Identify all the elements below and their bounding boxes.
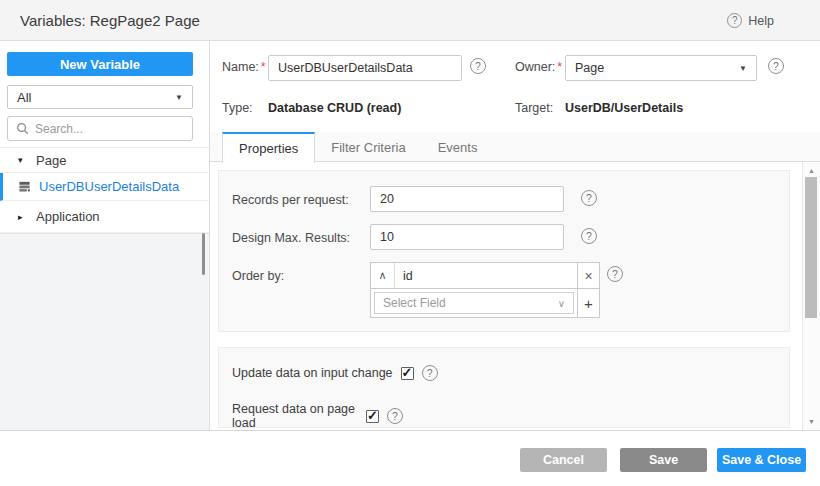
sidebar-empty-area [0, 233, 209, 430]
sidebar-scrollbar-thumb[interactable] [202, 233, 205, 275]
design-max-help-icon[interactable]: ? [581, 228, 597, 244]
required-asterisk: * [557, 60, 562, 74]
type-label: Type: [222, 101, 253, 115]
save-and-close-button[interactable]: Save & Close [717, 448, 806, 472]
owner-dropdown[interactable]: Page ▼ [565, 55, 757, 81]
update-data-checkbox[interactable] [401, 367, 414, 380]
detail-tabbar: Properties Filter Criteria Events [210, 132, 820, 162]
remove-order-field-button[interactable]: × [578, 262, 600, 289]
tab-filter-criteria[interactable]: Filter Criteria [315, 132, 421, 162]
properties-tab-content: Records per request: ? Design Max. Resul… [210, 162, 820, 430]
help-button[interactable]: ? Help [727, 13, 774, 28]
behavior-panel: Records per request: ? Design Max. Resul… [218, 170, 790, 332]
save-button[interactable]: Save [620, 448, 707, 472]
dialog-header: Variables: RegPage2 Page ? Help [0, 0, 820, 41]
type-value: Database CRUD (read) [268, 101, 401, 115]
order-by-field-value: id [395, 269, 413, 283]
page-title: Variables: RegPage2 Page [20, 12, 200, 29]
scroll-down-icon[interactable]: ▼ [803, 418, 820, 425]
tree-group-page[interactable]: ▾ Page [0, 147, 209, 173]
order-by-label: Order by: [232, 269, 284, 283]
caret-down-icon: ▼ [175, 93, 183, 102]
request-data-row: Request data on page load ? [232, 402, 403, 430]
update-data-help-icon[interactable]: ? [422, 365, 438, 381]
sort-ascending-icon[interactable]: ∧ [371, 263, 395, 288]
target-label: Target: [515, 101, 553, 115]
order-by-help-icon[interactable]: ? [607, 266, 623, 282]
variable-search[interactable] [7, 116, 193, 141]
variable-detail-pane: Name:* ? Owner:* Page ▼ ? Type: Database… [210, 41, 820, 430]
help-icon: ? [727, 13, 742, 28]
request-data-checkbox[interactable] [366, 410, 379, 423]
request-data-help-icon[interactable]: ? [387, 408, 403, 424]
plus-icon: + [584, 295, 593, 312]
owner-value: Page [575, 61, 604, 75]
required-asterisk: * [261, 60, 266, 74]
database-variable-icon [18, 180, 31, 193]
name-help-icon[interactable]: ? [470, 58, 486, 74]
scroll-up-icon[interactable]: ▲ [803, 167, 820, 174]
update-data-label: Update data on input change [232, 366, 393, 380]
update-data-row: Update data on input change ? [232, 365, 438, 381]
variable-filter-dropdown[interactable]: All ▼ [7, 85, 193, 109]
name-label: Name:* [222, 60, 266, 74]
cancel-button[interactable]: Cancel [520, 448, 607, 472]
chevron-down-icon: ∨ [558, 298, 565, 309]
select-field-placeholder: Select Field [383, 296, 446, 310]
owner-label: Owner:* [515, 60, 562, 74]
request-data-label: Request data on page load [232, 402, 358, 430]
target-value: UserDB/UserDetails [565, 101, 683, 115]
expanded-arrow-icon: ▾ [18, 155, 28, 165]
owner-help-icon[interactable]: ? [768, 58, 784, 74]
tree-group-label: Page [36, 153, 66, 168]
records-per-request-input[interactable] [370, 186, 564, 212]
tree-group-application[interactable]: ▸ Application [0, 201, 209, 233]
tree-group-label: Application [36, 209, 100, 224]
records-per-request-label: Records per request: [232, 193, 349, 207]
data-options-panel: Update data on input change ? Request da… [218, 347, 790, 428]
design-max-results-label: Design Max. Results: [232, 231, 350, 245]
search-icon [16, 122, 29, 135]
tree-item-userdbuserdetailsdata[interactable]: UserDBUserDetailsData [0, 173, 209, 201]
content-scrollbar-thumb[interactable] [805, 177, 817, 318]
close-icon: × [584, 268, 592, 284]
add-order-field-button[interactable]: + [578, 289, 600, 318]
tree-item-label: UserDBUserDetailsData [39, 179, 179, 194]
order-by-row: ∧ id [370, 262, 578, 289]
select-field-cell: Select Field ∨ [370, 289, 578, 318]
variable-name-input[interactable] [268, 55, 462, 81]
records-help-icon[interactable]: ? [581, 190, 597, 206]
new-variable-button[interactable]: New Variable [7, 52, 193, 76]
content-scrollbar[interactable]: ▲ ▼ [802, 162, 820, 430]
design-max-results-input[interactable] [370, 224, 564, 250]
dialog-footer: Cancel Save Save & Close [0, 431, 820, 486]
search-input[interactable] [35, 122, 184, 136]
variables-sidebar: New Variable All ▼ ▾ Page [0, 41, 210, 430]
variable-filter-value: All [17, 90, 31, 105]
help-label: Help [748, 14, 774, 28]
select-field-dropdown[interactable]: Select Field ∨ [374, 292, 574, 314]
tab-events[interactable]: Events [422, 132, 494, 162]
variable-tree: ▾ Page UserDBUserDetailsData ▸ Applicati… [0, 147, 209, 233]
variables-dialog: Variables: RegPage2 Page ? Help New Vari… [0, 0, 820, 486]
collapsed-arrow-icon: ▸ [18, 212, 28, 222]
caret-down-icon: ▼ [739, 64, 747, 73]
tab-properties[interactable]: Properties [222, 132, 315, 163]
order-by-widget: ∧ id × Select Field ∨ + [370, 262, 600, 318]
